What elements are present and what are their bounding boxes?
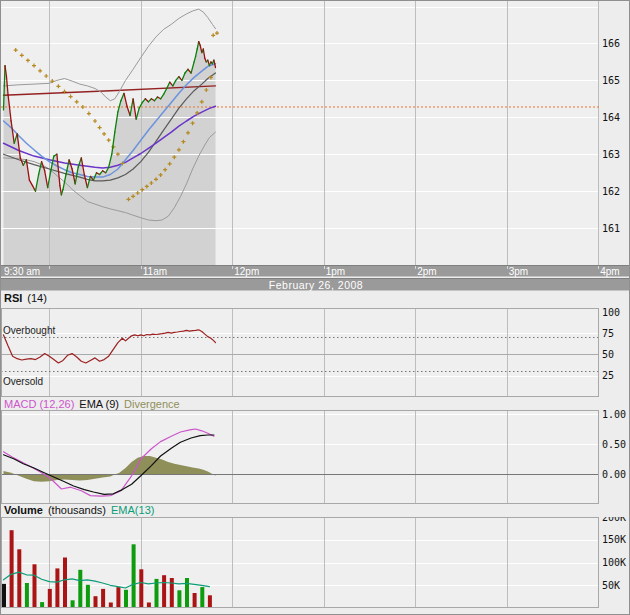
oversold-label: Oversold — [3, 376, 43, 387]
y-axis-label: 25 — [602, 370, 614, 381]
y-axis-label: 161 — [602, 223, 620, 234]
y-axis-label: 165 — [602, 75, 620, 86]
volume-legend-item: (thousands) — [48, 504, 106, 516]
volume-bar — [94, 596, 98, 607]
y-axis-label: 0.00 — [602, 469, 626, 480]
time-axis-label: 12pm — [234, 267, 259, 277]
volume-bar — [78, 570, 82, 607]
volume-bar — [185, 578, 189, 607]
volume-bar — [132, 544, 136, 607]
volume-bar — [48, 589, 52, 607]
time-axis-label: 1pm — [326, 267, 345, 277]
date-band: February 26, 2008 — [1, 278, 630, 291]
time-tick — [49, 266, 50, 269]
volume-legend-item: Volume — [4, 504, 43, 516]
volume-bar — [116, 587, 120, 607]
y-axis-label: 1.00 — [602, 410, 626, 420]
y-axis-label: 200K — [602, 517, 626, 523]
y-axis-label: 162 — [602, 186, 620, 197]
volume-bar — [33, 564, 37, 607]
y-axis-label: 50 — [602, 349, 614, 360]
rsi-chart: 100755025OverboughtOversold — [1, 308, 630, 398]
volume-bar — [208, 595, 212, 607]
y-axis-label: 100K — [602, 557, 626, 568]
volume-bar — [10, 530, 14, 607]
time-tick — [598, 266, 599, 269]
stock-chart-page: 166165164163162161 9:30 am11am12pm1pm2pm… — [0, 0, 630, 615]
volume-bar — [101, 589, 105, 607]
volume-bar — [147, 603, 151, 608]
y-axis-label: 50K — [602, 580, 620, 591]
volume-bar — [25, 583, 29, 607]
time-tick — [415, 266, 416, 269]
y-axis-label: 163 — [602, 149, 620, 160]
volume-chart: 200K150K100K50K — [1, 517, 630, 609]
y-axis-label: 0.50 — [602, 439, 626, 450]
volume-bar — [109, 603, 113, 608]
y-axis-label: 100 — [602, 308, 620, 318]
volume-bar — [71, 600, 75, 607]
overbought-label: Overbought — [3, 325, 55, 336]
volume-bar — [193, 593, 197, 607]
macd-chart: 1.000.500.00 — [1, 410, 630, 505]
volume-bar — [63, 558, 67, 608]
time-axis-label: 11am — [143, 267, 167, 277]
time-axis-label: 4pm — [600, 267, 619, 277]
volume-bar — [40, 602, 44, 607]
date-label: February 26, 2008 — [269, 279, 363, 291]
macd-legend-item: MACD (12,26) — [4, 398, 74, 410]
plot-background — [1, 517, 599, 608]
time-axis-label: 3pm — [509, 267, 528, 277]
time-axis-band: 9:30 am11am12pm1pm2pm3pm4pm — [1, 265, 630, 277]
rsi-legend-item: (14) — [27, 292, 47, 304]
time-axis-label: 2pm — [417, 267, 436, 277]
macd-legend-item: EMA (9) — [79, 398, 119, 410]
plot-background — [1, 308, 599, 397]
time-tick — [232, 266, 233, 269]
volume-bar — [86, 585, 90, 607]
macd-legend-item: Divergence — [124, 398, 180, 410]
volume-bar — [200, 587, 204, 607]
volume-bar — [17, 549, 21, 607]
volume-bar — [177, 590, 181, 607]
volume-title: Volume(thousands)EMA(13) — [4, 504, 159, 518]
volume-bar — [124, 590, 128, 607]
volume-bar — [55, 568, 59, 607]
volume-bar — [2, 584, 6, 607]
plot-background — [1, 410, 599, 504]
y-axis-label: 150K — [602, 534, 626, 545]
time-axis-label: 9:30 am — [4, 267, 40, 277]
rsi-legend-item: RSI — [4, 292, 22, 304]
volume-bar — [162, 575, 166, 607]
y-axis-label: 75 — [602, 328, 614, 339]
price-chart: 166165164163162161 — [1, 1, 630, 266]
y-axis-label: 164 — [602, 112, 620, 123]
y-axis-label: 166 — [602, 38, 620, 49]
volume-legend-item: EMA(13) — [111, 504, 154, 516]
rsi-title: RSI(14) — [4, 292, 52, 306]
volume-bar — [139, 569, 143, 607]
